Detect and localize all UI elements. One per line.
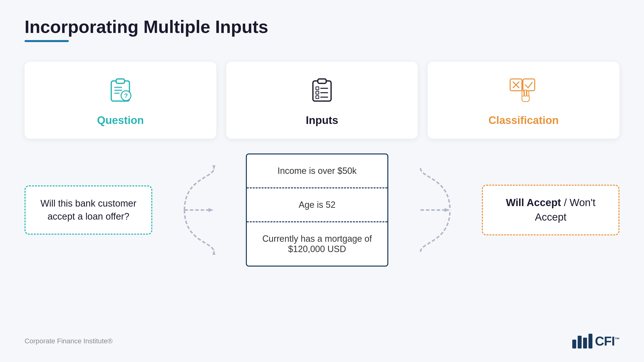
question-box: Will this bank customer accept a loan of… <box>24 186 152 235</box>
flow-diagram: Will this bank customer accept a loan of… <box>24 153 620 267</box>
title-underline <box>24 40 69 42</box>
page-title: Incorporating Multiple Inputs <box>24 17 620 37</box>
input-row-2: Age is 52 <box>247 188 387 221</box>
left-arrows <box>180 153 219 267</box>
svg-rect-13 <box>316 96 319 99</box>
checkbox-cursor-icon <box>508 77 540 107</box>
top-cards: ? Question Inputs <box>24 62 620 139</box>
clipboard-list-icon <box>308 77 336 107</box>
inputs-box: Income is over $50k Age is 52 Currently … <box>246 153 388 267</box>
output-box: Will Accept / Won't Accept <box>482 185 620 235</box>
svg-rect-18 <box>523 79 535 91</box>
svg-rect-9 <box>316 87 319 90</box>
cfi-logo: CFI™ <box>572 334 620 348</box>
clipboard-question-icon: ? <box>107 77 134 107</box>
question-box-text: Will this bank customer accept a loan of… <box>38 197 139 223</box>
card-inputs: Inputs <box>226 62 418 139</box>
svg-marker-26 <box>208 208 214 212</box>
svg-rect-1 <box>116 79 124 83</box>
input-row-1: Income is over $50k <box>247 154 387 188</box>
card-question: ? Question <box>24 62 216 139</box>
svg-rect-21 <box>524 90 526 96</box>
title-block: Incorporating Multiple Inputs <box>24 17 620 42</box>
input-row-3: Currently has a mortgage of $120,000 USD <box>247 221 387 266</box>
output-text: Will Accept / Won't Accept <box>495 196 606 225</box>
cfi-wordmark: CFI™ <box>595 334 620 348</box>
right-arrows <box>416 153 455 267</box>
svg-text:?: ? <box>124 92 128 99</box>
svg-rect-11 <box>316 91 319 94</box>
card-classification: Classification <box>428 62 620 139</box>
card-question-label: Question <box>97 114 144 126</box>
card-inputs-label: Inputs <box>306 114 338 126</box>
svg-rect-8 <box>318 79 326 83</box>
svg-marker-23 <box>212 165 216 170</box>
copyright-text: Corporate Finance Institute® <box>24 337 112 345</box>
page: Incorporating Multiple Inputs ? <box>0 0 644 362</box>
card-classification-label: Classification <box>488 114 559 126</box>
svg-rect-22 <box>527 91 529 96</box>
svg-marker-24 <box>212 250 216 255</box>
footer: Corporate Finance Institute® CFI™ <box>24 334 620 348</box>
svg-marker-28 <box>444 208 450 212</box>
cfi-bars-icon <box>572 334 592 348</box>
svg-rect-20 <box>522 91 524 96</box>
